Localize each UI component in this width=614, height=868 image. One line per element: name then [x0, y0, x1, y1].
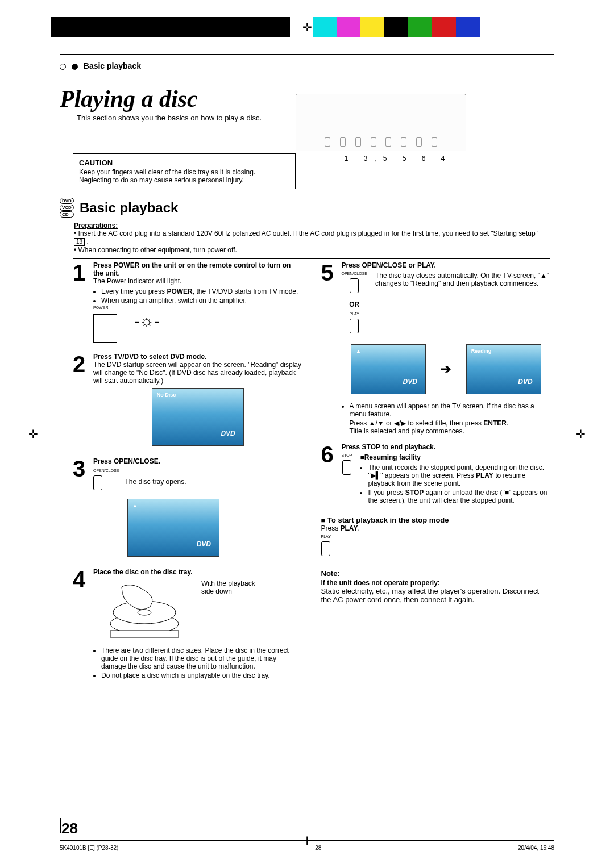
step1-line1: The Power indicator will light. — [93, 277, 181, 285]
step-number-1: 1 — [73, 261, 89, 345]
open-close-button-icon — [350, 278, 359, 293]
step4-bullet1: There are two different disc sizes. Plac… — [101, 646, 302, 670]
preparations-item2: When connecting to other equipment, turn… — [78, 246, 237, 254]
registration-mark-left: ✛ — [28, 427, 38, 441]
to-start-block: ■ To start playback in the stop mode Pre… — [321, 516, 551, 560]
resuming-head: ■Resuming facility — [360, 453, 421, 461]
page-number: 28 — [61, 820, 78, 837]
step-number-5: 5 — [321, 261, 337, 435]
registration-mark-top: ✛ — [302, 20, 312, 34]
svg-point-2 — [138, 610, 151, 615]
step4-side-note: With the playback side down — [201, 579, 269, 595]
note-body: Static electricity, etc., may affect the… — [321, 587, 540, 604]
step-3: 3 Press OPEN/CLOSE. OPEN/CLOSE The disc … — [73, 457, 302, 560]
step5-head: Press OPEN/CLOSE or PLAY. — [342, 261, 436, 269]
step-2: 2 Press TV/DVD to select DVD mode. The D… — [73, 353, 302, 449]
arrow-right-icon: ➔ — [441, 362, 451, 377]
footer-doc-id: 5K40101B [E] (P28-32) — [60, 845, 118, 851]
device-figure: 1 3,5 5 6 4 — [296, 94, 466, 162]
caution-body: Keep your fingers well clear of the disc… — [79, 168, 255, 184]
disc-type-icons: DVD VCD CD — [60, 198, 74, 218]
power-indicator-icon — [93, 314, 117, 343]
filled-dot-icon — [72, 64, 78, 70]
print-footer: 5K40101B [E] (P28-32) 28 20/4/04, 15:48 — [60, 845, 554, 851]
step6-head: Press STOP to end playback. — [342, 443, 436, 451]
page-intro: This section shows you the basics on how… — [77, 114, 262, 122]
section-basic-playback: DVD VCD CD Basic playback — [60, 198, 178, 218]
stop-button-icon — [342, 460, 351, 475]
power-label: POWER — [93, 306, 302, 310]
step2-head: Press TV/DVD to select DVD mode. — [93, 353, 206, 361]
step4-bullet2: Do not place a disc which is unplayable … — [101, 671, 302, 679]
preparations-item1: Insert the AC cord plug into a standard … — [78, 229, 538, 237]
open-close-button-icon — [93, 475, 102, 490]
page-ref-18: 18 — [74, 238, 85, 246]
device-callout-numbers: 1 3,5 5 6 4 — [296, 155, 466, 162]
play-button-icon — [321, 541, 330, 556]
registration-mark-right: ✛ — [576, 427, 586, 441]
preparations-head: Preparations: — [74, 222, 549, 229]
step-number-3: 3 — [73, 457, 89, 560]
open-dot-icon — [60, 64, 66, 70]
step-number-2: 2 — [73, 353, 89, 449]
step4-head: Place the disc on the disc tray. — [93, 568, 193, 576]
print-color-bar — [51, 17, 480, 37]
running-head-row: Basic playback — [60, 61, 554, 70]
section-heading-text: Basic playback — [80, 200, 178, 216]
step1-head: Press POWER on the unit or on the remote… — [93, 261, 291, 277]
step-4: 4 Place the disc on the disc tray. — [73, 568, 302, 681]
footer-page: 28 — [315, 845, 321, 851]
tv-screen-reading: Reading DVD — [466, 344, 541, 394]
step5-line1: The disc tray closes automatically. On t… — [375, 272, 550, 287]
svg-rect-3 — [110, 631, 179, 637]
preparations-block: Preparations: • Insert the AC cord plug … — [74, 222, 549, 254]
tv-screen-eject2: ▲ DVD — [351, 344, 426, 394]
dvd-logo-icon: DVD — [197, 540, 211, 548]
page-title: Playing a disc — [60, 85, 262, 112]
tv-screen-eject: ▲ DVD — [127, 499, 219, 557]
step-5: 5 Press OPEN/CLOSE or PLAY. OPEN/CLOSE O… — [321, 261, 551, 435]
caution-box: CAUTION Keep your fingers well clear of … — [73, 153, 296, 189]
step-6: 6 Press STOP to end playback. STOP ■Resu… — [321, 443, 551, 506]
step3-head: Press OPEN/CLOSE. — [93, 457, 160, 465]
note-block: Note: If the unit does not operate prope… — [321, 569, 551, 604]
step-number-4: 4 — [73, 568, 89, 681]
dvd-logo-icon: DVD — [221, 429, 235, 437]
running-head-text: Basic playback — [84, 61, 141, 70]
play-button-icon — [350, 319, 359, 333]
hand-placing-disc-icon — [93, 578, 196, 641]
step2-line: The DVD startup screen will appear on th… — [93, 361, 301, 385]
caution-head: CAUTION — [79, 158, 289, 167]
step5-menu-note: A menu screen will appear on the TV scre… — [350, 402, 551, 418]
footer-date: 20/4/04, 15:48 — [518, 845, 554, 851]
note-subhead: If the unit does not operate properly: — [321, 579, 440, 587]
lamp-icon: -☼- — [134, 312, 159, 330]
step-1: 1 Press POWER on the unit or on the remo… — [73, 261, 302, 345]
step3-line: The disc tray opens. — [125, 478, 186, 486]
step-number-6: 6 — [321, 443, 337, 506]
tv-screen-nodisc: No Disc DVD — [152, 388, 244, 446]
